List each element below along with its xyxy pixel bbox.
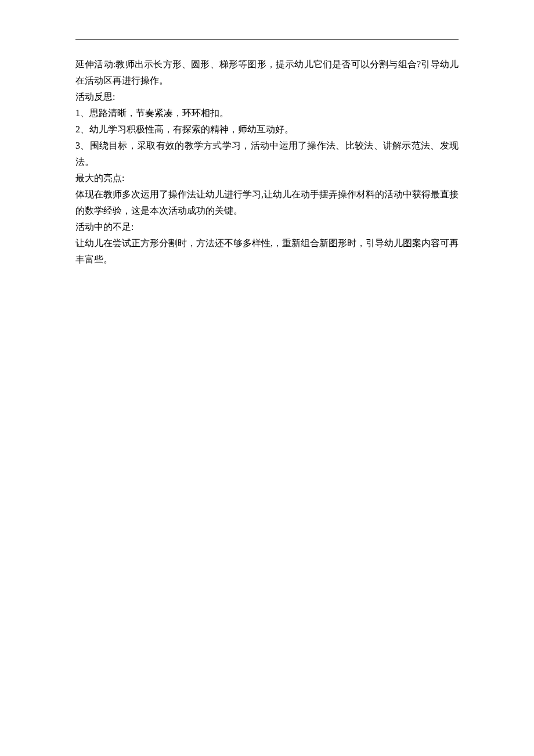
reflection-item-2: 2、幼儿学习积极性高，有探索的精神，师幼互动好。 <box>75 121 459 138</box>
heading-shortcoming: 活动中的不足: <box>75 219 459 235</box>
reflection-item-3: 3、围绕目标，采取有效的教学方式学习，活动中运用了操作法、比较法、讲解示范法、发… <box>75 138 459 170</box>
paragraph-shortcoming: 让幼儿在尝试正方形分割时，方法还不够多样性,，重新组合新图形时，引导幼儿图案内容… <box>75 235 459 268</box>
paragraph-highlight: 体现在教师多次运用了操作法让幼儿进行学习,让幼儿在动手摆弄操作材料的活动中获得最… <box>75 186 459 219</box>
heading-highlight: 最大的亮点: <box>75 170 459 186</box>
reflection-item-1: 1、思路清晰，节奏紧凑，环环相扣。 <box>75 105 459 121</box>
heading-reflection: 活动反思: <box>75 89 459 105</box>
paragraph-extension-activity: 延伸活动:教师出示长方形、圆形、梯形等图形，提示幼儿它们是否可以分割与组合?引导… <box>75 56 459 89</box>
page-divider <box>75 39 459 40</box>
document-content: 延伸活动:教师出示长方形、圆形、梯形等图形，提示幼儿它们是否可以分割与组合?引导… <box>75 56 459 268</box>
